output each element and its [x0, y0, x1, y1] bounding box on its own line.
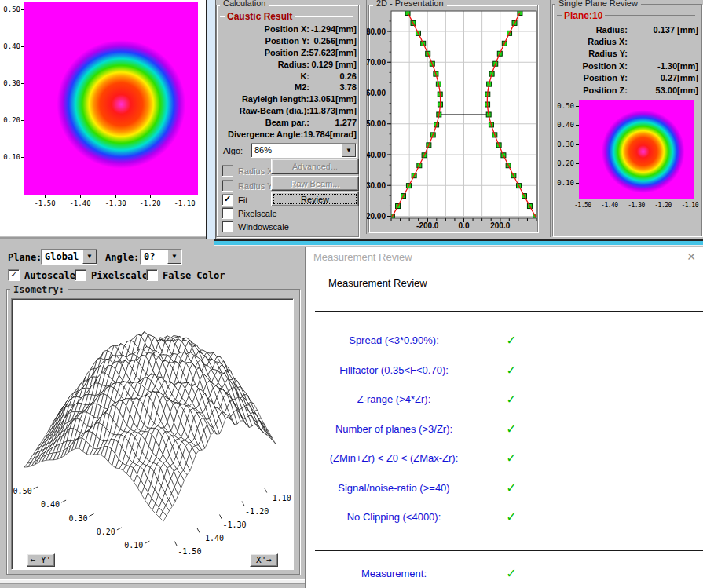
svg-text:0.0: 0.0: [459, 221, 470, 230]
angle-select-label: Angle:: [105, 252, 139, 263]
axis-tick-label: -1.30: [101, 199, 130, 207]
axis-tick-label: 0.50: [0, 5, 20, 13]
plane-select-label: Plane:: [8, 252, 42, 263]
horizontal-divider: [0, 237, 206, 245]
horizontal-splitter[interactable]: [214, 239, 703, 247]
axis-tick-label: 0.50: [554, 102, 574, 110]
review-button[interactable]: Review: [271, 192, 359, 206]
axis-tick-label: -1.20: [654, 202, 672, 209]
check-icon: ✓: [503, 509, 519, 524]
svg-text:-200.0: -200.0: [416, 221, 439, 230]
rotate-y-button[interactable]: ← Y': [27, 553, 55, 567]
checkbox-pixelscale-view[interactable]: Pixelscale: [75, 269, 148, 281]
caustic-result-title: Caustic Result: [227, 11, 292, 22]
advanced-button[interactable]: Advanced...: [271, 159, 359, 174]
caustic-chart: 20.0030.0040.0050.0060.0070.0080.00-200.…: [367, 0, 540, 232]
checkbox-radius-y[interactable]: Radius Y: [222, 180, 273, 192]
checkbox-radius-x[interactable]: Radius X: [222, 165, 273, 177]
check-icon: ✓: [503, 422, 519, 436]
beam-image-small: [579, 100, 694, 199]
separator: [315, 550, 703, 551]
axis-tick-label: -1.20: [136, 199, 164, 207]
checkbox-autoscale[interactable]: ✓Autoscale: [8, 269, 75, 281]
result-row: Radius Y:: [555, 48, 698, 60]
checkbox-false-color[interactable]: False Color: [146, 269, 225, 281]
isometry-panel: Isometry: 0.500.400.300.200.10-1.10-1.20…: [6, 289, 300, 575]
axis-tick-label: -1.10: [681, 202, 698, 209]
plane-value: Global: [42, 250, 82, 264]
result-row: Radius:0.137 [mm]: [555, 24, 698, 35]
axis-tick-label: 0.30: [0, 79, 20, 87]
plane-header: Plane:10: [557, 10, 695, 21]
axis-tick-label: 0.40: [0, 42, 20, 50]
check-icon: ✓: [503, 392, 519, 407]
svg-text:-1.40: -1.40: [200, 534, 224, 542]
result-row: Position Z:57.623[mm]: [218, 47, 357, 59]
dialog-heading: Measurement Review: [328, 277, 427, 289]
axis-tick-label: -1.50: [31, 199, 59, 207]
svg-text:0.40: 0.40: [41, 500, 60, 509]
result-row: Rayleigh length:13.051[mm]: [218, 93, 357, 105]
angle-value: 0?: [141, 250, 167, 264]
svg-text:50.00: 50.00: [367, 119, 386, 128]
axis-tick-label: 0.10: [554, 179, 574, 187]
review-item: Fillfactor (0.35<F<0.70):✓: [306, 356, 541, 386]
axis-tick-label: -1.50: [574, 202, 591, 209]
chevron-down-icon[interactable]: ▼: [167, 250, 181, 264]
result-row: Beam par.:1.277: [218, 116, 357, 128]
svg-text:0.50: 0.50: [13, 487, 32, 495]
plane-title: Plane:10: [564, 10, 602, 21]
algo-combobox[interactable]: 86% ▼: [251, 143, 357, 158]
single-plane-panel: Single Plane Review Plane:10 Radius:0.13…: [550, 0, 703, 237]
single-plane-panel-title: Single Plane Review: [555, 0, 641, 8]
chevron-down-icon[interactable]: ▼: [342, 144, 356, 157]
angle-combobox[interactable]: 0? ▼: [140, 249, 182, 265]
raw-beam-button[interactable]: Raw Beam...: [271, 176, 359, 191]
result-row: Position Z:53.00[mm]: [555, 84, 698, 96]
review-item: Number of planes (>3/Zr):✓: [306, 415, 541, 445]
dialog-body: Measurement Review Spread (<3*0.90%):✓ F…: [306, 268, 703, 588]
result-row: Position X:-1.30[mm]: [555, 60, 698, 71]
rotate-x-button[interactable]: X'→: [250, 553, 278, 567]
axis-tick-label: 0.20: [554, 159, 574, 167]
close-icon[interactable]: ✕: [687, 250, 696, 263]
small-beam-x-axis: -1.50 -1.40 -1.30 -1.20 -1.10: [574, 202, 698, 209]
result-row: Divergence Angle:19.784[mrad]: [218, 128, 357, 140]
isometry-plot-area: 0.500.400.300.200.10-1.10-1.20-1.30-1.40…: [11, 298, 294, 570]
result-row: Position Y:0.256[mm]: [218, 35, 357, 47]
axis-tick-label: -1.40: [66, 199, 94, 207]
checkbox-fit[interactable]: ✓Fit: [222, 194, 247, 206]
check-icon: ✓: [503, 451, 519, 466]
algo-value: 86%: [251, 144, 342, 157]
result-row: Radius X:: [555, 35, 698, 47]
window-titlebar[interactable]: Measurement Review ✕: [306, 247, 703, 268]
caustic-result-header: Caustic Result: [220, 11, 353, 22]
checkbox-windowscale[interactable]: Windowscale: [222, 221, 289, 232]
svg-text:40.00: 40.00: [367, 151, 386, 159]
result-row: Position X:-1.294[mm]: [218, 24, 357, 35]
beam-image-main: [24, 2, 198, 195]
chevron-down-icon[interactable]: ▼: [82, 250, 97, 264]
svg-text:0.30: 0.30: [68, 514, 87, 523]
isometry-panel-title: Isometry:: [10, 284, 68, 295]
measurement-review-window: Measurement Review ✕ Measurement Review …: [305, 247, 703, 588]
svg-text:80.00: 80.00: [367, 27, 386, 36]
isometry-surface-chart: 0.500.400.300.200.10-1.10-1.20-1.30-1.40…: [12, 299, 291, 568]
svg-text:-1.50: -1.50: [178, 547, 201, 556]
svg-text:-1.20: -1.20: [245, 507, 269, 516]
svg-text:-1.30: -1.30: [223, 520, 247, 529]
check-icon: ✓: [503, 363, 519, 378]
calculation-panel-title: Calculation: [220, 0, 269, 8]
svg-text:20.00: 20.00: [367, 212, 386, 221]
algo-label: Algo:: [223, 146, 243, 155]
axis-tick-label: 0.40: [554, 121, 574, 129]
axis-tick-label: -1.30: [628, 202, 645, 209]
checkbox-pixelscale[interactable]: Pixelscale: [222, 207, 277, 219]
application-window: 0.50 0.40 0.30 0.20 0.10 -1.50 -1.40 -1.…: [0, 0, 703, 588]
result-row: Raw-Beam (dia.):11.873[mm]: [218, 105, 357, 117]
single-plane-results: Radius:0.137 [mm] Radius X: Radius Y: Po…: [555, 24, 698, 96]
plane-combobox[interactable]: Global ▼: [41, 249, 97, 265]
check-icon: ✓: [503, 566, 519, 581]
review-item: (ZMin+Zr) < Z0 < (ZMax-Zr):✓: [306, 444, 541, 474]
review-item: Signal/noise-ratio (>=40)✓: [306, 474, 541, 504]
